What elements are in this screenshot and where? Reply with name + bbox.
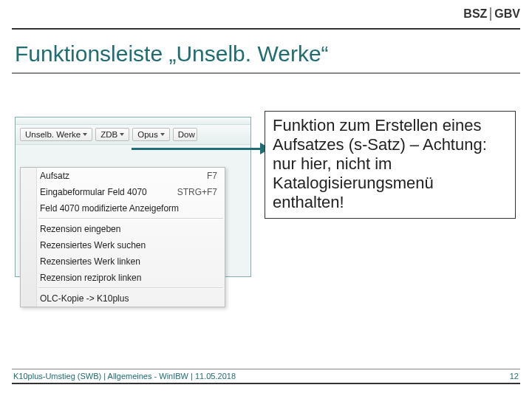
menu-item-rez-reziprok-linken[interactable]: Rezension reziprok linken — [6, 270, 225, 286]
menu-item-shortcut: STRG+F7 — [177, 187, 217, 197]
app-toolbar: Unselb. Werke ZDB Opus Dow — [16, 125, 250, 145]
menu-item-label: Rezension reziprok linken — [40, 273, 141, 283]
toolbar-btn-zdb[interactable]: ZDB — [95, 128, 129, 141]
app-screenshot: Unselb. Werke ZDB Opus Dow Aufsatz F7 Ei… — [15, 117, 251, 277]
dropdown-menu: Aufsatz F7 Eingabeformular Feld 4070 STR… — [20, 167, 225, 307]
menu-item-label: Rezensiertes Werk suchen — [40, 240, 146, 250]
callout-box: Funktion zum Erstellen eines Aufsatzes (… — [265, 111, 516, 219]
menu-item-label: Rezensiertes Werk linken — [40, 256, 140, 267]
toolbar-btn-label: Dow — [178, 130, 195, 139]
app-top-strip — [16, 117, 250, 125]
logo-gbv: GBV — [494, 7, 520, 21]
toolbar-btn-unselb-werke[interactable]: Unselb. Werke — [20, 128, 92, 141]
header-rule: BSZ GBV — [12, 12, 520, 30]
logo-bsz: BSZ — [463, 7, 487, 21]
toolbar-btn-label: ZDB — [100, 130, 117, 139]
menu-item-rezension-eingeben[interactable]: Rezension eingeben — [6, 221, 225, 237]
menu-item-anzeigeform[interactable]: Feld 4070 modifizierte Anzeigeform — [6, 200, 225, 216]
logo-group: BSZ GBV — [463, 7, 520, 21]
chevron-down-icon — [160, 133, 165, 136]
menu-item-label: OLC-Kopie -> K10plus — [40, 293, 129, 304]
title-underline — [12, 72, 520, 74]
logo-divider-icon — [490, 7, 491, 21]
toolbar-btn-opus[interactable]: Opus — [132, 128, 170, 141]
page-title: Funktionsleiste „Unselb. Werke“ — [15, 41, 329, 66]
menu-item-eingabeformular[interactable]: Eingabeformular Feld 4070 STRG+F7 — [6, 184, 225, 200]
menu-item-label: Rezension eingeben — [40, 224, 120, 234]
menu-item-label: Aufsatz — [40, 171, 69, 181]
menu-item-label: Feld 4070 modifizierte Anzeigeform — [40, 203, 179, 214]
footer-text: K10plus-Umstieg (SWB) | Allgemeines - Wi… — [13, 372, 236, 381]
menu-item-aufsatz[interactable]: Aufsatz F7 — [6, 168, 225, 184]
menu-separator — [38, 218, 223, 219]
menu-item-label: Eingabeformular Feld 4070 — [40, 187, 147, 197]
footer: K10plus-Umstieg (SWB) | Allgemeines - Wi… — [12, 369, 520, 384]
menu-item-olc-kopie[interactable]: OLC-Kopie -> K10plus — [6, 290, 225, 307]
menu-item-rez-werk-suchen[interactable]: Rezensiertes Werk suchen — [6, 237, 225, 253]
callout-arrow — [132, 143, 270, 156]
menu-item-rez-werk-linken[interactable]: Rezensiertes Werk linken — [6, 253, 225, 270]
toolbar-btn-label: Opus — [137, 130, 158, 139]
menu-item-shortcut: F7 — [207, 171, 217, 181]
page-number: 12 — [510, 372, 519, 381]
chevron-down-icon — [120, 133, 124, 136]
menu-separator — [38, 287, 223, 289]
toolbar-btn-partial[interactable]: Dow — [173, 128, 197, 141]
chevron-down-icon — [83, 133, 87, 136]
arrow-line-icon — [132, 148, 262, 150]
toolbar-btn-label: Unselb. Werke — [25, 130, 81, 139]
